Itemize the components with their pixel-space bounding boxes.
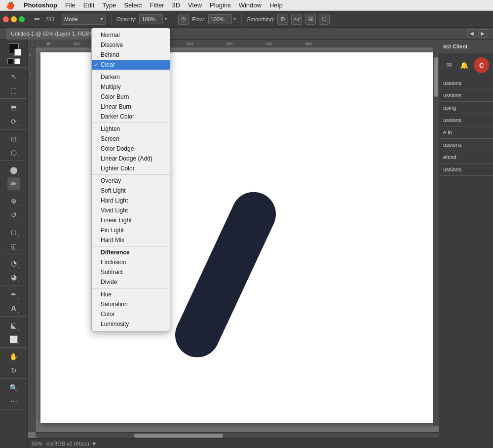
- blend-screen[interactable]: Screen: [92, 134, 170, 144]
- type-tool[interactable]: A▸: [7, 302, 20, 315]
- blend-linear-burn[interactable]: Linear Burn: [92, 102, 170, 112]
- blend-hue[interactable]: Hue: [92, 289, 170, 299]
- blend-multiply[interactable]: Multiply: [92, 82, 170, 92]
- opacity-input[interactable]: [139, 14, 163, 24]
- blend-difference[interactable]: Difference: [92, 247, 170, 257]
- blend-linear-dodge[interactable]: Linear Dodge (Add): [92, 154, 170, 163]
- marquee-tool[interactable]: ⬒▸: [7, 101, 20, 114]
- eraser-tool[interactable]: ◻▸: [7, 226, 20, 239]
- menu-plugins[interactable]: Plugins: [206, 0, 235, 11]
- clone-stamp-tool[interactable]: ⊕▸: [7, 195, 20, 207]
- apple-menu[interactable]: 🍎: [0, 1, 20, 9]
- airbrush-icon[interactable]: ◎: [178, 14, 189, 25]
- blend-overlay[interactable]: Overlay: [92, 176, 170, 186]
- blend-divide[interactable]: Divide: [92, 277, 170, 287]
- background-color[interactable]: [14, 49, 21, 56]
- blend-darker-color[interactable]: Darker Color: [92, 112, 170, 122]
- dodge-tool[interactable]: ◕▸: [7, 271, 20, 284]
- tab-next-button[interactable]: ▶: [478, 29, 487, 38]
- blend-mode-dropdown[interactable]: Mode ▼: [62, 14, 106, 25]
- shape-tool[interactable]: ⬜▸: [7, 333, 20, 346]
- horizontal-scrollbar[interactable]: [36, 432, 439, 438]
- blend-luminosity[interactable]: Luminosity: [92, 319, 170, 329]
- menu-help[interactable]: Help: [265, 0, 287, 11]
- opacity-dropdown-icon[interactable]: ▼: [164, 17, 168, 21]
- history-brush-tool[interactable]: ↺▸: [7, 208, 20, 221]
- menu-edit[interactable]: Edit: [79, 0, 98, 11]
- menu-view[interactable]: View: [184, 0, 206, 11]
- spot-heal-tool[interactable]: ⬤▸: [7, 163, 20, 176]
- menu-select[interactable]: Select: [120, 0, 146, 11]
- menu-type[interactable]: Type: [98, 0, 120, 11]
- blend-subtract[interactable]: Subtract: [92, 267, 170, 277]
- blend-clear[interactable]: Clear: [92, 60, 170, 70]
- flow-dropdown-icon[interactable]: ▼: [233, 17, 237, 21]
- move-tool[interactable]: ↖: [7, 70, 20, 83]
- symmetry-icon[interactable]: ⌘: [305, 14, 316, 25]
- horizontal-scroll-thumb[interactable]: [134, 434, 223, 438]
- blend-color[interactable]: Color: [92, 309, 170, 319]
- menu-filter[interactable]: Filter: [146, 0, 168, 11]
- vertical-scroll-thumb[interactable]: [434, 57, 438, 97]
- bell-icon[interactable]: 🔔: [458, 59, 470, 71]
- discussions-section-1: ussions: [439, 77, 493, 89]
- blend-lighten[interactable]: Lighten: [92, 124, 170, 134]
- angle-icon[interactable]: ↗0°: [291, 14, 302, 25]
- foreground-color[interactable]: [9, 43, 19, 53]
- divider-2: [173, 14, 173, 25]
- expand-arrow[interactable]: ▶: [93, 441, 96, 446]
- blend-linear-light[interactable]: Linear Light: [92, 215, 170, 225]
- flow-input[interactable]: [208, 14, 232, 24]
- vertical-scrollbar[interactable]: [433, 47, 439, 426]
- user-avatar[interactable]: C: [474, 57, 489, 73]
- blend-exclusion[interactable]: Exclusion: [92, 257, 170, 267]
- swap-colors-icon[interactable]: [7, 58, 13, 64]
- rotate-tool[interactable]: ↻: [7, 364, 20, 377]
- blend-vivid-light[interactable]: Vivid Light: [92, 205, 170, 215]
- window-maximize[interactable]: [19, 16, 25, 22]
- pen-tool[interactable]: ✒▸: [7, 288, 20, 301]
- blend-color-burn[interactable]: Color Burn: [92, 92, 170, 102]
- pen-tools-group: ✒▸ A▸: [0, 286, 27, 317]
- pressure-icon[interactable]: ⬡: [319, 14, 330, 25]
- crop-tool[interactable]: ⊡▸: [7, 132, 20, 145]
- smoothing-settings-icon[interactable]: ⚙: [277, 14, 288, 25]
- lasso-tool[interactable]: ⟳▸: [7, 115, 20, 128]
- active-tool-icon: ✏: [32, 14, 42, 25]
- path-tool[interactable]: ⬕▸: [7, 319, 20, 332]
- menu-file[interactable]: File: [61, 0, 79, 11]
- tab-prev-button[interactable]: ◀: [467, 29, 476, 38]
- blend-darken[interactable]: Darken: [92, 72, 170, 82]
- blend-color-dodge[interactable]: Color Dodge: [92, 144, 170, 154]
- discussions-section-7: ehind: [439, 151, 493, 163]
- artboard-tool[interactable]: ⬚: [7, 84, 20, 97]
- flow-field[interactable]: ▼: [208, 14, 237, 24]
- shape-tools-group: ⬕▸ ⬜▸: [0, 318, 27, 348]
- brush-tool active[interactable]: ✏▸: [7, 177, 20, 190]
- blend-pin-light[interactable]: Pin Light: [92, 225, 170, 235]
- opacity-field[interactable]: ▼: [139, 14, 168, 24]
- blend-lighter-color[interactable]: Lighter Color: [92, 163, 170, 173]
- extra-tools[interactable]: ⋯: [7, 395, 20, 408]
- discussions-text-8: ussions: [443, 166, 489, 172]
- doc-tab-title: Untitled-1 @ 50% (Layer 1, RGB/8/8) *: [11, 31, 104, 37]
- blend-dissolve[interactable]: Dissolve: [92, 40, 170, 50]
- mail-icon[interactable]: ✉: [443, 59, 455, 71]
- blend-normal[interactable]: Normal: [92, 30, 170, 40]
- blur-tool[interactable]: ◔▸: [7, 257, 20, 270]
- window-minimize[interactable]: [11, 16, 17, 22]
- default-colors-icon[interactable]: [14, 58, 20, 64]
- eyedropper-tool[interactable]: ⬡▸: [7, 146, 20, 159]
- menu-photoshop[interactable]: Photoshop: [20, 0, 61, 11]
- blend-hard-mix[interactable]: Hard Mix: [92, 235, 170, 245]
- menu-window[interactable]: Window: [235, 0, 265, 11]
- zoom-tool[interactable]: 🔍: [7, 381, 20, 394]
- hand-tool[interactable]: ✋: [7, 350, 20, 363]
- gradient-tool[interactable]: ◱▸: [7, 240, 20, 252]
- window-close[interactable]: [3, 16, 9, 22]
- blend-hard-light[interactable]: Hard Light: [92, 196, 170, 205]
- blend-saturation[interactable]: Saturation: [92, 299, 170, 309]
- blend-behind[interactable]: Behind: [92, 50, 170, 60]
- blend-soft-light[interactable]: Soft Light: [92, 186, 170, 196]
- menu-3d[interactable]: 3D: [168, 0, 184, 11]
